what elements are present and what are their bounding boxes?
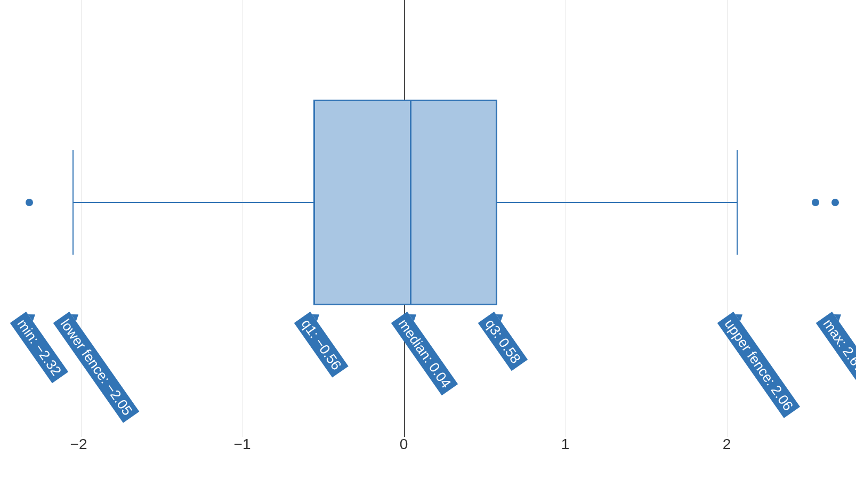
grid-line xyxy=(727,0,728,437)
grid-line xyxy=(566,0,566,437)
grid-line xyxy=(243,0,243,437)
whisker-right xyxy=(497,202,736,203)
iqr-box xyxy=(313,100,497,305)
x-tick-label: 2 xyxy=(723,436,731,453)
outlier-point xyxy=(26,199,33,206)
x-tick-label: −2 xyxy=(70,436,87,453)
whisker-cap-left xyxy=(72,150,74,255)
boxplot-chart: min: −2.32 lower fence: −2.05 q1: −0.56 … xyxy=(0,0,856,504)
outlier-point xyxy=(812,199,819,206)
median-line xyxy=(410,100,411,305)
x-tick-label: 0 xyxy=(400,436,408,453)
whisker-cap-right xyxy=(737,150,738,255)
whisker-left xyxy=(72,202,313,203)
x-tick-label: 1 xyxy=(561,436,570,453)
grid-line xyxy=(81,0,82,437)
x-tick-label: −1 xyxy=(234,436,251,453)
outlier-point xyxy=(831,199,839,206)
